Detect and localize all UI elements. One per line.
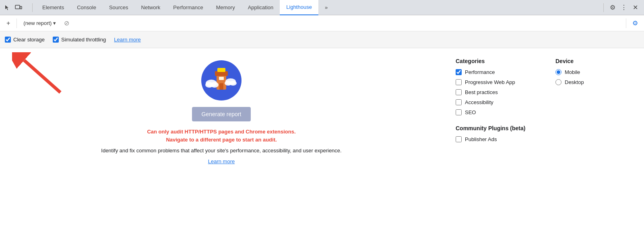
cancel-button[interactable]: ⊘ bbox=[61, 18, 72, 29]
left-panel: Generate report Can only audit HTTP/HTTP… bbox=[0, 48, 443, 244]
tab-application[interactable]: Application bbox=[242, 0, 280, 15]
plus-icon: + bbox=[6, 20, 10, 27]
category-seo[interactable]: SEO bbox=[456, 109, 531, 115]
error-message: Can only audit HTTP/HTTPS pages and Chro… bbox=[147, 128, 295, 144]
cancel-icon: ⊘ bbox=[64, 19, 69, 27]
tab-lighthouse[interactable]: Lighthouse bbox=[280, 0, 318, 15]
device-section: Device Mobile Desktop bbox=[555, 58, 631, 234]
device-toggle-icon[interactable] bbox=[14, 4, 23, 12]
options-learn-more-link[interactable]: Learn more bbox=[114, 37, 140, 43]
simulated-throttling-checkbox[interactable] bbox=[53, 37, 59, 43]
tab-network[interactable]: Network bbox=[135, 0, 167, 15]
tab-sources[interactable]: Sources bbox=[103, 0, 135, 15]
category-performance[interactable]: Performance bbox=[456, 69, 531, 75]
red-arrow bbox=[12, 52, 64, 102]
categories-section: Categories Performance Progressive Web A… bbox=[456, 58, 531, 234]
clear-storage-checkbox[interactable] bbox=[5, 37, 11, 43]
description-text: Identify and fix common problems that af… bbox=[101, 147, 341, 155]
tab-memory[interactable]: Memory bbox=[210, 0, 242, 15]
svg-rect-1 bbox=[20, 6, 22, 9]
tab-overflow[interactable]: » bbox=[318, 0, 334, 15]
device-desktop[interactable]: Desktop bbox=[555, 79, 631, 85]
lighthouse-logo bbox=[201, 60, 242, 100]
device-mobile[interactable]: Mobile bbox=[555, 69, 631, 75]
svg-line-3 bbox=[24, 60, 60, 92]
categories-title: Categories bbox=[456, 58, 531, 64]
options-bar: Clear storage Simulated throttling Learn… bbox=[0, 31, 644, 48]
community-publisher-ads[interactable]: Publisher Ads bbox=[456, 136, 531, 142]
category-accessibility[interactable]: Accessibility bbox=[456, 99, 531, 105]
simulated-throttling-option[interactable]: Simulated throttling bbox=[53, 37, 106, 43]
svg-point-12 bbox=[211, 82, 219, 88]
svg-rect-9 bbox=[219, 77, 224, 80]
community-title: Community Plugins (beta) bbox=[456, 125, 531, 131]
more-options-icon[interactable]: ⋮ bbox=[618, 2, 630, 13]
category-best-practices[interactable]: Best practices bbox=[456, 89, 531, 95]
tab-divider-right bbox=[603, 3, 604, 12]
main-content: Generate report Can only audit HTTP/HTTP… bbox=[0, 48, 644, 244]
category-pwa[interactable]: Progressive Web App bbox=[456, 79, 531, 85]
svg-rect-7 bbox=[217, 68, 225, 72]
lighthouse-settings-icon[interactable]: ⚙ bbox=[630, 18, 641, 29]
toolbar: + (new report) ▾ ⊘ ⚙ bbox=[0, 15, 644, 31]
new-report-button[interactable]: + bbox=[3, 18, 13, 29]
right-panel: Categories Performance Progressive Web A… bbox=[443, 48, 644, 244]
toolbar-divider bbox=[17, 18, 17, 28]
report-selector[interactable]: (new report) ▾ bbox=[20, 18, 59, 28]
tab-console[interactable]: Console bbox=[70, 0, 103, 15]
seo-checkbox[interactable] bbox=[456, 109, 462, 115]
learn-more-link[interactable]: Learn more bbox=[208, 158, 235, 164]
best-practices-checkbox[interactable] bbox=[456, 89, 462, 95]
publisher-ads-checkbox[interactable] bbox=[456, 136, 462, 142]
dropdown-icon: ▾ bbox=[53, 20, 56, 26]
devtools-mode-icons bbox=[3, 4, 23, 12]
pwa-checkbox[interactable] bbox=[456, 79, 462, 85]
performance-checkbox[interactable] bbox=[456, 69, 462, 75]
accessibility-checkbox[interactable] bbox=[456, 99, 462, 105]
tab-bar: Elements Console Sources Network Perform… bbox=[0, 0, 644, 15]
community-section: Community Plugins (beta) Publisher Ads bbox=[456, 125, 531, 142]
svg-rect-0 bbox=[15, 5, 20, 9]
settings-icon[interactable]: ⚙ bbox=[607, 2, 618, 13]
device-title: Device bbox=[555, 58, 631, 64]
toolbar-divider-right bbox=[626, 18, 626, 28]
svg-rect-8 bbox=[219, 83, 223, 90]
clear-storage-option[interactable]: Clear storage bbox=[5, 37, 45, 43]
tab-elements[interactable]: Elements bbox=[36, 0, 70, 15]
svg-point-15 bbox=[229, 81, 237, 86]
cursor-icon[interactable] bbox=[3, 4, 11, 12]
tab-performance[interactable]: Performance bbox=[167, 0, 209, 15]
close-icon[interactable]: ✕ bbox=[630, 2, 641, 13]
tab-divider bbox=[32, 3, 33, 12]
mobile-radio[interactable] bbox=[555, 69, 561, 75]
desktop-radio[interactable] bbox=[555, 79, 561, 85]
generate-report-button[interactable]: Generate report bbox=[192, 107, 251, 121]
